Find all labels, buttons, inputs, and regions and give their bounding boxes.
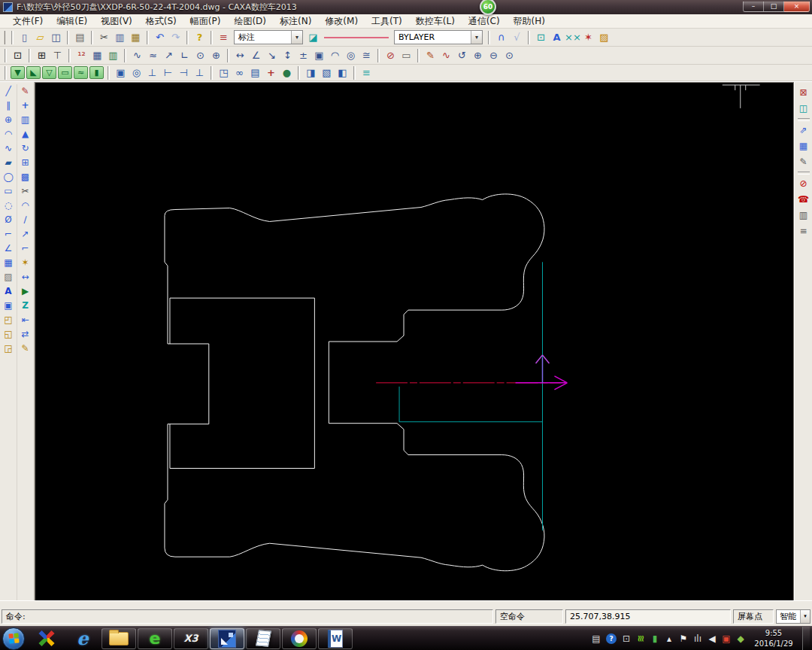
- layer-icon[interactable]: ≡: [216, 30, 232, 45]
- taskbar-app-caxa-active[interactable]: [210, 628, 244, 649]
- table-icon[interactable]: ▦: [89, 48, 105, 63]
- usb-device-icon[interactable]: ▮: [650, 633, 659, 644]
- code-readback-icon[interactable]: ▤: [247, 65, 263, 80]
- fillet-icon[interactable]: ◠: [18, 199, 33, 213]
- dim-arc-icon[interactable]: ◠: [327, 48, 343, 63]
- rough-turn-icon[interactable]: ▼: [11, 66, 25, 79]
- menu-sheet[interactable]: 幅面(P): [183, 14, 228, 28]
- menu-cnc-lathe[interactable]: 数控车(L): [409, 14, 462, 28]
- dim-angle-icon[interactable]: ∠: [248, 48, 264, 63]
- frame-select-icon[interactable]: ⌐: [18, 241, 33, 256]
- maximize-button[interactable]: □: [764, 2, 784, 12]
- tool-setup-4-icon[interactable]: ⊥: [192, 65, 208, 80]
- copy-out-icon[interactable]: ⇗: [796, 123, 811, 138]
- tool-setup-2-icon[interactable]: ⊢: [160, 65, 176, 80]
- draw-polyline-icon[interactable]: ∠: [1, 241, 16, 256]
- draw-hatch-pen-icon[interactable]: Ø: [1, 213, 16, 227]
- zoom-in-icon[interactable]: ⊕: [470, 48, 486, 63]
- snap-mode-combo[interactable]: 智能 ▾: [776, 609, 810, 624]
- chevron-down-icon[interactable]: ▾: [800, 610, 810, 623]
- snap-left-icon[interactable]: ⇤: [18, 313, 33, 327]
- window-popup-icon[interactable]: ⊡: [622, 633, 631, 644]
- span-measure-icon[interactable]: ⇄: [18, 327, 33, 342]
- node-icon[interactable]: ⊙: [192, 48, 208, 63]
- dim-find-icon[interactable]: ◎: [343, 48, 359, 63]
- code-check-icon[interactable]: ∞: [232, 65, 247, 80]
- curve-v-icon[interactable]: √: [509, 30, 525, 45]
- network-icon[interactable]: ılı: [693, 633, 702, 644]
- freehand-icon[interactable]: ∿: [438, 48, 454, 63]
- chamfer-icon[interactable]: ∕: [18, 213, 33, 227]
- machine-bed-icon[interactable]: ◧: [335, 65, 350, 80]
- dim-leader-icon[interactable]: ↘: [264, 48, 280, 63]
- sheet-edit-icon[interactable]: ✎: [796, 154, 811, 170]
- menu-tools[interactable]: 工具(T): [365, 14, 409, 28]
- tool-library-icon[interactable]: ◨: [303, 65, 319, 80]
- thread-cut-icon[interactable]: ▭: [58, 66, 72, 79]
- extend-icon[interactable]: ↗: [18, 227, 33, 241]
- ruler-icon[interactable]: ▭: [398, 48, 414, 63]
- phone-icon[interactable]: ☎: [796, 192, 811, 208]
- redraw-icon[interactable]: ↺: [454, 48, 470, 63]
- copy-icon[interactable]: ▥: [112, 30, 128, 45]
- generate-gcode-icon[interactable]: ◳: [216, 65, 232, 80]
- new-file-icon[interactable]: ▯: [17, 30, 32, 45]
- zoom-select-icon[interactable]: ⊘: [383, 48, 398, 63]
- tool-setup-3-icon[interactable]: ⊣: [176, 65, 192, 80]
- solid-box-icon[interactable]: ◫: [796, 101, 811, 117]
- insert-image-icon[interactable]: ▨: [1, 270, 16, 284]
- finish-turn-icon[interactable]: ◣: [26, 66, 41, 79]
- point-mode[interactable]: 屏幕点: [733, 609, 774, 624]
- linetype-pen-icon[interactable]: ◪: [305, 30, 321, 45]
- menu-edit[interactable]: 编辑(E): [50, 14, 94, 28]
- drawing-canvas[interactable]: [35, 82, 794, 600]
- print-icon[interactable]: ▤: [72, 30, 88, 45]
- block-attrib-icon[interactable]: ◱: [1, 327, 16, 342]
- tray-expand-icon[interactable]: ▴: [665, 633, 674, 644]
- comm-port-icon[interactable]: ●: [279, 65, 295, 80]
- help-icon[interactable]: ?: [192, 30, 208, 45]
- book-columns-icon[interactable]: ▥: [796, 208, 811, 223]
- rotate-icon[interactable]: ↻: [18, 141, 33, 156]
- draw-oval-icon[interactable]: ◌: [1, 199, 16, 213]
- post-process-icon[interactable]: ▧: [319, 65, 335, 80]
- taskbar-app-ring-browser[interactable]: [282, 628, 317, 649]
- workpiece-origin-icon[interactable]: ◎: [129, 65, 144, 80]
- zoom-out-icon[interactable]: ⊖: [486, 48, 501, 63]
- chevron-down-icon[interactable]: ▾: [471, 31, 482, 44]
- show-desktop-button[interactable]: [802, 627, 810, 650]
- mark-star-icon[interactable]: ✶: [580, 30, 596, 45]
- help-bubble-icon[interactable]: ?: [606, 633, 617, 644]
- array-icon[interactable]: ⊞: [18, 156, 33, 170]
- block-explode-icon[interactable]: ◲: [1, 342, 16, 356]
- sheet-icon[interactable]: ▨: [596, 30, 612, 45]
- export-table-icon[interactable]: ▥: [105, 48, 121, 63]
- taskbar-app-pinwheel[interactable]: [29, 628, 64, 649]
- layer-combo[interactable]: 标注 ▾: [234, 30, 303, 44]
- sketch-pen-icon[interactable]: ✎: [423, 48, 438, 63]
- wave-icon[interactable]: ≈: [145, 48, 161, 63]
- block-insert-icon[interactable]: ◰: [1, 313, 16, 327]
- draw-arc-icon[interactable]: ◠: [1, 127, 16, 141]
- draw-parallel-icon[interactable]: ∥: [1, 99, 16, 113]
- list-edit-icon[interactable]: ≡: [796, 223, 811, 239]
- draw-corner-icon[interactable]: ⌐: [1, 227, 16, 241]
- e-panel-icon[interactable]: ≡: [359, 65, 374, 80]
- menu-comm[interactable]: 通信(C): [462, 14, 507, 28]
- minimize-button[interactable]: –: [743, 2, 764, 12]
- flag-icon[interactable]: ⚑: [679, 633, 688, 644]
- volume-icon[interactable]: ◀: [707, 633, 717, 644]
- taskbar-app-explorer[interactable]: [102, 628, 136, 649]
- number-sequence-icon[interactable]: ¹²: [74, 48, 89, 63]
- draw-circle-icon[interactable]: ⊕: [1, 113, 16, 127]
- keyboard-icon[interactable]: ▤: [592, 633, 601, 644]
- surface-z-icon[interactable]: Z: [18, 299, 33, 313]
- dim-linear-icon[interactable]: ↔: [232, 48, 248, 63]
- draw-rectangle-icon[interactable]: ▭: [1, 184, 16, 199]
- forbid-icon[interactable]: ⊘: [796, 176, 811, 192]
- clip-icon[interactable]: ✂: [18, 184, 33, 199]
- cut-icon[interactable]: ✂: [96, 30, 112, 45]
- shield-icon[interactable]: ◆: [736, 633, 745, 644]
- save-file-icon[interactable]: ◫: [48, 30, 64, 45]
- dim-tolerance-icon[interactable]: ±: [295, 48, 311, 63]
